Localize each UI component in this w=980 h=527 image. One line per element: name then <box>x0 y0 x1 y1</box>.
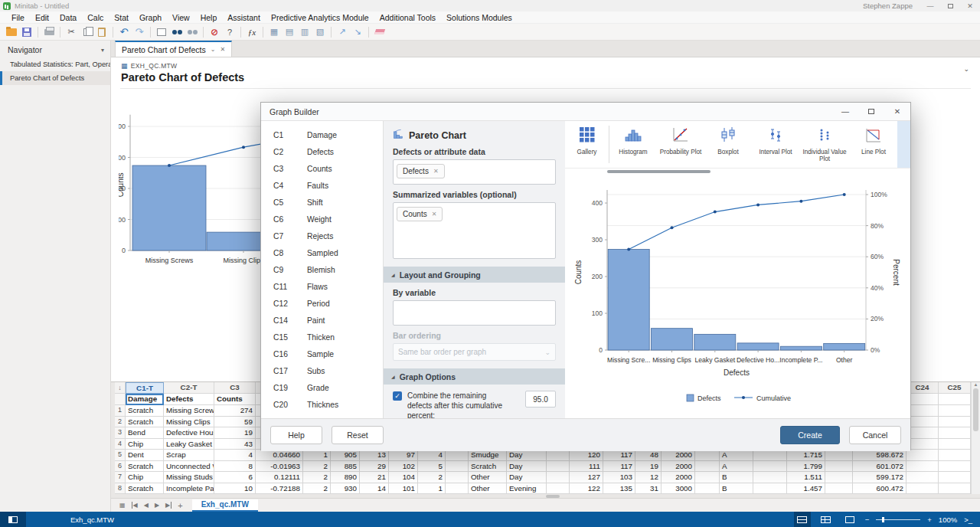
grid-cell[interactable]: 117 <box>603 461 635 473</box>
grid-cell[interactable] <box>939 450 971 461</box>
command-line-icon[interactable]: >_ <box>964 516 972 524</box>
edit-graph-icon[interactable]: ↗ <box>335 26 349 38</box>
grid-cell[interactable]: 12 <box>635 472 662 483</box>
close-button[interactable]: ✕ <box>960 2 980 10</box>
column-name-cell-counts[interactable]: Counts <box>214 394 256 405</box>
column-item-c11[interactable]: C11Flaws <box>261 279 383 296</box>
grid-cell[interactable]: 3000 <box>662 483 695 495</box>
gallery-item-boxplot[interactable]: Boxplot <box>704 121 752 168</box>
column-item-c7[interactable]: C7Rejects <box>261 228 383 245</box>
row-header-7[interactable]: 7 <box>115 472 126 483</box>
column-item-c14[interactable]: C14Paint <box>261 313 383 329</box>
grid-cell[interactable]: Defective Housi <box>164 427 214 439</box>
grid-cell[interactable]: 1.511 <box>787 472 825 483</box>
column-item-c19[interactable]: C19Grade <box>261 380 383 397</box>
column-item-c1[interactable]: C1Damage <box>261 127 383 144</box>
grid-cell[interactable] <box>547 483 570 495</box>
worksheet-tab-exh-qc[interactable]: Exh_qc.MTW <box>192 499 258 512</box>
column-header-c3[interactable]: C3 <box>214 382 256 394</box>
grid-cell[interactable]: 600.472 <box>853 483 906 495</box>
grid-cell[interactable]: Missing Screws <box>164 405 214 417</box>
move-columns-icon[interactable]: ▧ <box>313 26 327 38</box>
menu-predictive-analytics-module[interactable]: Predictive Analytics Module <box>266 11 374 24</box>
column-item-c16[interactable]: C16Sample <box>261 346 383 363</box>
column-header-c25[interactable]: C25 <box>939 382 971 394</box>
column-name-cell[interactable] <box>906 394 939 405</box>
column-item-c8[interactable]: C8Sampled <box>261 245 383 262</box>
grid-cell[interactable]: B <box>720 472 753 483</box>
add-worksheet-icon[interactable]: + <box>178 501 182 510</box>
grid-cell[interactable]: 0.12111 <box>256 472 303 483</box>
grid-cell[interactable]: Smudge <box>469 450 507 461</box>
grid-cell[interactable] <box>906 472 939 483</box>
grid-cell[interactable] <box>753 450 787 461</box>
grid-cell[interactable] <box>446 450 469 461</box>
grid-cell[interactable] <box>695 461 720 473</box>
column-header-c1-t[interactable]: C1-T <box>126 382 164 394</box>
counts-variable-chip[interactable]: Counts ✕ <box>397 207 443 221</box>
grid-cell[interactable]: 102 <box>389 461 418 473</box>
cut-icon[interactable]: ✂ <box>64 26 78 38</box>
row-header-5[interactable]: 5 <box>115 450 126 461</box>
create-button[interactable]: Create <box>780 426 840 444</box>
grid-cell[interactable]: Leaky Gasket <box>164 439 214 450</box>
column-name-cell-damage[interactable]: Damage <box>126 394 164 405</box>
undo-icon[interactable]: ↶ <box>117 26 131 38</box>
grid-cell[interactable] <box>547 450 570 461</box>
grid-cell[interactable]: 5 <box>418 461 446 473</box>
row-header-6[interactable]: 6 <box>115 461 126 473</box>
menu-assistant[interactable]: Assistant <box>222 11 266 24</box>
combine-defects-checkbox[interactable]: ✓ <box>393 391 402 401</box>
grid-cell[interactable]: 43 <box>214 439 256 450</box>
insert-function-icon[interactable]: ƒx <box>245 26 259 38</box>
grid-cell[interactable]: 1 <box>303 450 331 461</box>
grid-cell[interactable]: 104 <box>389 472 418 483</box>
grid-cell[interactable]: 2 <box>303 461 331 473</box>
grid-cell[interactable]: A <box>720 450 753 461</box>
zoom-slider[interactable] <box>876 519 920 520</box>
gallery-item-probability-plot[interactable]: Probability Plot <box>657 121 704 168</box>
remove-defects-chip-icon[interactable]: ✕ <box>433 168 439 175</box>
grid-cell[interactable] <box>939 472 971 483</box>
by-variable-field[interactable] <box>393 300 556 326</box>
grid-cell[interactable] <box>939 427 971 439</box>
grid-cell[interactable] <box>446 483 469 495</box>
grid-cell[interactable]: -0.01963 <box>256 461 303 473</box>
gallery-item-line-plot[interactable]: Line Plot <box>850 121 897 168</box>
zoom-in-icon[interactable]: + <box>927 516 932 524</box>
view-split-icon[interactable] <box>794 512 811 527</box>
menu-solutions-modules[interactable]: Solutions Modules <box>441 11 518 24</box>
grid-cell[interactable]: Scratch <box>126 405 164 417</box>
grid-cell[interactable]: 885 <box>331 461 360 473</box>
navigator-item-pareto-chart-of-defects[interactable]: Pareto Chart of Defects <box>0 71 110 85</box>
bar-ordering-select[interactable]: Same bar order per graph ⌄ <box>393 343 556 361</box>
grid-cell[interactable]: Scratch <box>126 417 164 428</box>
grid-cell[interactable]: 2000 <box>662 450 695 461</box>
grid-cell[interactable]: 31 <box>635 483 662 495</box>
menu-help[interactable]: Help <box>195 11 223 24</box>
gallery-scrollbar[interactable] <box>607 170 710 173</box>
column-item-c20[interactable]: C20Thicknes <box>261 397 383 414</box>
grid-cell[interactable]: 4 <box>214 450 256 461</box>
row-header-8[interactable]: 8 <box>115 483 126 495</box>
cancel-button[interactable]: Cancel <box>849 426 901 444</box>
column-item-c12[interactable]: C12Period <box>261 296 383 313</box>
grid-cell[interactable]: 14 <box>360 483 389 495</box>
worksheet-manager-icon[interactable]: ▦ <box>119 502 126 509</box>
menu-edit[interactable]: Edit <box>30 11 54 24</box>
insert-columns-icon[interactable]: ▥ <box>298 26 312 38</box>
reset-button[interactable]: Reset <box>332 426 384 444</box>
grid-cell[interactable]: 2 <box>418 472 446 483</box>
layout-grouping-section[interactable]: ◢ Layout and Grouping <box>384 267 565 283</box>
find-next-icon[interactable] <box>185 26 199 38</box>
grid-cell[interactable]: 1.715 <box>787 450 825 461</box>
grid-cell[interactable] <box>825 483 853 495</box>
grid-cell[interactable] <box>753 461 787 473</box>
grid-cell[interactable]: 120 <box>570 450 603 461</box>
grid-cell[interactable]: 101 <box>389 483 418 495</box>
menu-graph[interactable]: Graph <box>134 11 167 24</box>
grid-cell[interactable] <box>906 450 939 461</box>
row-header-4[interactable]: 4 <box>115 439 126 450</box>
grid-cell[interactable]: B <box>720 483 753 495</box>
remove-counts-chip-icon[interactable]: ✕ <box>432 211 437 218</box>
